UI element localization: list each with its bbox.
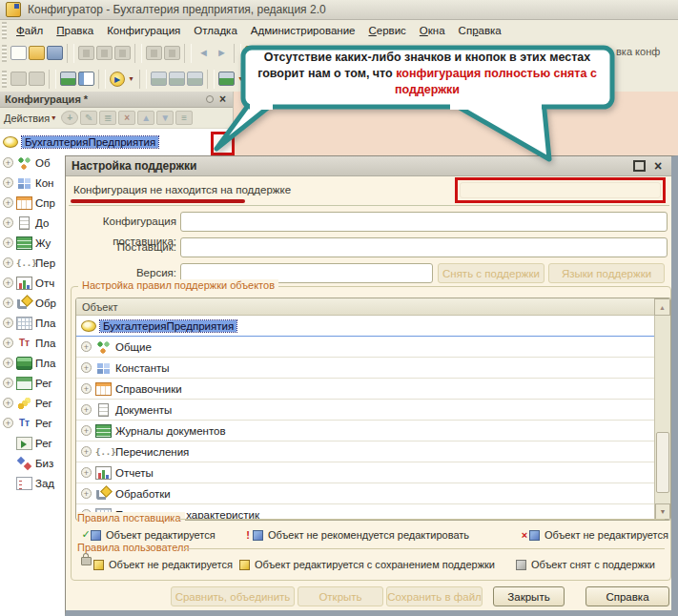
sort-list-icon[interactable] (175, 111, 193, 125)
supplier-field[interactable] (180, 237, 668, 257)
delete-icon[interactable] (118, 111, 135, 125)
object-row[interactable]: Общие (76, 337, 654, 358)
tree-item[interactable]: До (3, 213, 64, 233)
vertical-scrollbar[interactable]: ▼ (654, 316, 670, 520)
list-column-header[interactable]: Объект (76, 298, 670, 316)
tree-item[interactable]: Пла (3, 353, 64, 373)
close-icon[interactable]: × (650, 159, 666, 173)
remove-support-button[interactable]: Снять с поддержки (438, 263, 544, 283)
support-languages-button[interactable]: Языки поддержки (548, 263, 665, 283)
expand-icon[interactable] (81, 383, 92, 394)
move-up-icon[interactable] (137, 111, 154, 125)
expand-icon[interactable] (81, 446, 92, 457)
expand-icon[interactable] (81, 488, 92, 499)
tree-item[interactable]: Отч (3, 273, 64, 293)
menu-item[interactable]: Правка (50, 23, 100, 38)
object-row[interactable]: Обработки (76, 483, 654, 504)
tree-item[interactable]: Пер (3, 253, 64, 273)
scroll-down-icon[interactable]: ▼ (655, 503, 670, 520)
tree-item[interactable]: Пла (3, 313, 64, 333)
tree-item[interactable]: Рег (3, 373, 64, 393)
scroll-up-icon[interactable]: ▲ (654, 298, 670, 316)
object-type-icon (16, 397, 32, 410)
object-type-icon (95, 487, 112, 501)
menu-item[interactable]: Файл (10, 23, 50, 38)
debug-start-icon[interactable] (110, 72, 125, 87)
expand-icon[interactable] (81, 362, 92, 373)
tree-item[interactable]: Рег (3, 393, 64, 413)
expand-icon[interactable] (81, 341, 92, 352)
expand-icon[interactable] (3, 418, 13, 428)
database-icon[interactable] (60, 72, 76, 86)
tree-item[interactable]: Об (3, 153, 64, 173)
object-row[interactable]: БухгалтерияПредприятия (76, 316, 654, 337)
tree-item[interactable]: Рег (3, 433, 64, 453)
expand-icon[interactable] (3, 197, 13, 208)
expand-icon[interactable] (81, 404, 92, 415)
expand-icon[interactable] (81, 467, 92, 478)
tree-item[interactable]: Пла (3, 333, 64, 353)
expand-icon[interactable] (3, 277, 13, 288)
expand-icon[interactable] (3, 298, 13, 308)
object-row[interactable]: Журналы документов (76, 421, 654, 441)
dropdown-caret-icon[interactable] (127, 72, 135, 86)
expand-icon[interactable] (3, 257, 13, 268)
form-panel-icon[interactable] (78, 72, 94, 86)
print-icon[interactable] (146, 46, 162, 60)
supplier-config-field[interactable] (180, 212, 668, 232)
print-preview-icon[interactable] (164, 46, 180, 60)
expand-icon[interactable] (81, 425, 92, 436)
save-icon[interactable] (47, 46, 63, 60)
new-icon[interactable] (10, 46, 27, 60)
expand-icon[interactable] (3, 157, 13, 168)
expand-icon[interactable] (3, 338, 13, 348)
paste-icon[interactable] (114, 46, 131, 60)
object-cube-icon (253, 530, 263, 541)
object-row[interactable]: Отчеты (76, 462, 654, 483)
tree-item[interactable]: Рег (3, 413, 64, 433)
tree-item[interactable]: Биз (3, 453, 64, 473)
window-split-icon[interactable] (10, 72, 27, 86)
tree-item[interactable]: Обр (3, 293, 64, 313)
tree-item[interactable]: Спр (3, 193, 64, 213)
object-row[interactable]: Документы (76, 400, 654, 421)
open-button[interactable]: Открыть (298, 586, 383, 606)
tree-item[interactable]: Кон (3, 173, 64, 193)
duplicate-icon[interactable] (99, 111, 116, 125)
expand-icon[interactable] (3, 177, 13, 188)
tree-item[interactable]: Зад (3, 473, 64, 493)
legend-item: Объект снят с поддержки (514, 558, 655, 570)
cut-icon[interactable] (78, 46, 94, 60)
expand-icon[interactable] (3, 318, 13, 328)
db-filter-icon[interactable] (169, 72, 185, 86)
move-down-icon[interactable] (156, 111, 174, 125)
db-hierarchy-icon[interactable] (151, 72, 167, 86)
menu-item[interactable]: Конфигурация (100, 23, 187, 38)
object-row[interactable]: Справочники (76, 379, 654, 400)
tree-root-row[interactable]: БухгалтерияПредприятия (3, 133, 158, 152)
window-grid-icon[interactable] (29, 72, 45, 86)
object-row[interactable]: Константы (76, 358, 654, 379)
expand-icon[interactable] (3, 237, 13, 248)
open-icon[interactable] (29, 46, 45, 60)
expand-icon[interactable] (3, 358, 13, 368)
user-rules-title: Правила пользователя (77, 542, 193, 553)
add-icon[interactable] (61, 111, 78, 125)
object-cube-icon (239, 560, 250, 570)
compare-merge-button[interactable]: Сравнить, объединить (171, 586, 295, 606)
actions-menu[interactable]: Действия (4, 113, 50, 124)
expand-icon[interactable] (3, 398, 13, 408)
maximize-icon[interactable] (631, 159, 647, 173)
expand-icon[interactable] (3, 217, 13, 228)
help-button[interactable]: Справка (586, 586, 669, 606)
edit-icon[interactable] (80, 111, 97, 125)
tree-item[interactable]: Жу (3, 233, 64, 253)
actions-caret-icon[interactable]: ▾ (51, 113, 55, 122)
copy-icon[interactable] (96, 46, 113, 60)
save-to-file-button[interactable]: Сохранить в файл (386, 586, 483, 606)
scrollbar-thumb[interactable] (656, 432, 669, 493)
expand-icon[interactable] (3, 378, 13, 388)
objects-list: Объект БухгалтерияПредприятия Общие (75, 298, 671, 521)
close-button[interactable]: Закрыть (493, 586, 565, 606)
object-row[interactable]: Перечисления (76, 441, 654, 462)
